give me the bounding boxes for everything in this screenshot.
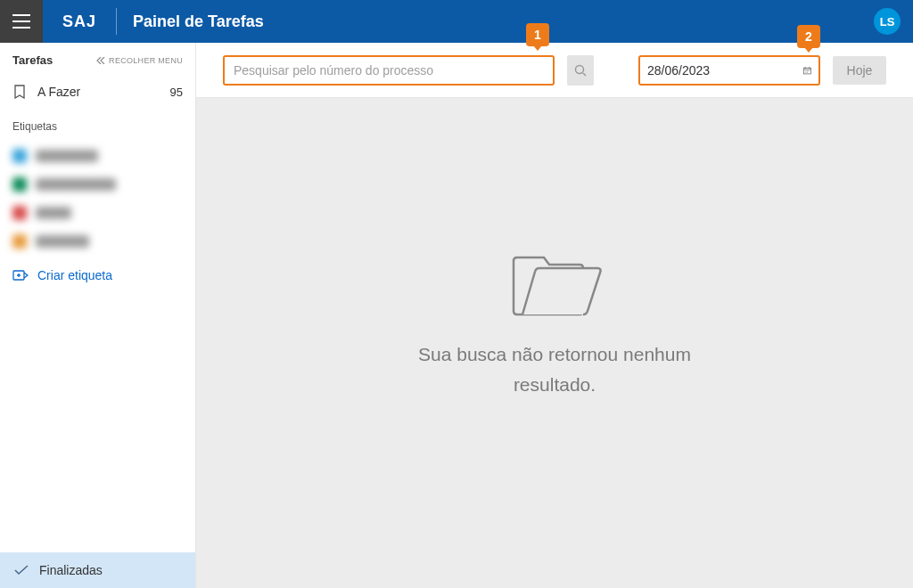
create-tag-button[interactable]: Criar etiqueta — [0, 256, 195, 295]
search-icon — [574, 64, 587, 77]
callout-badge-1: 1 — [526, 23, 549, 46]
page-title: Painel de Tarefas — [117, 12, 264, 31]
toolbar: 1 2 Hoje — [196, 43, 913, 98]
bookmark-icon — [12, 85, 27, 99]
tag-plus-icon — [12, 268, 29, 282]
create-tag-label: Criar etiqueta — [37, 268, 112, 282]
sidebar: Tarefas RECOLHER MENU A Fazer 95 Etiquet… — [0, 43, 196, 588]
user-avatar[interactable]: LS — [874, 8, 901, 35]
menu-button[interactable] — [0, 0, 43, 43]
brand-logo: SAJ — [43, 12, 116, 31]
app-header: SAJ Painel de Tarefas LS — [0, 0, 913, 43]
hamburger-icon — [12, 14, 30, 29]
sidebar-section-title: Tarefas — [12, 53, 53, 67]
sidebar-item-finalizadas[interactable]: Finalizadas — [0, 552, 195, 588]
search-field-wrap: 1 — [223, 55, 555, 86]
empty-message: Sua busca não retornou nenhum resultado. — [412, 339, 697, 399]
search-input[interactable] — [223, 55, 555, 86]
collapse-label: RECOLHER MENU — [109, 56, 183, 65]
search-button[interactable] — [567, 55, 594, 86]
sidebar-item-count: 95 — [170, 86, 183, 99]
date-input[interactable] — [647, 63, 803, 78]
folder-open-icon — [505, 233, 605, 322]
date-field-wrap: 2 — [638, 55, 820, 86]
callout-badge-2: 2 — [797, 25, 820, 48]
tag-item[interactable] — [12, 227, 183, 256]
tag-item[interactable] — [12, 142, 183, 170]
tag-item[interactable] — [12, 199, 183, 227]
sidebar-item-label: A Fazer — [37, 85, 170, 99]
today-button[interactable]: Hoje — [833, 56, 886, 85]
finalizadas-label: Finalizadas — [39, 563, 103, 577]
check-icon — [14, 565, 29, 576]
collapse-menu-button[interactable]: RECOLHER MENU — [96, 56, 183, 65]
tags-section-label: Etiquetas — [0, 108, 195, 142]
empty-state: Sua busca não retornou nenhum resultado. — [196, 98, 913, 588]
svg-point-1 — [576, 65, 584, 73]
sidebar-item-todo[interactable]: A Fazer 95 — [0, 76, 195, 108]
tag-item[interactable] — [12, 170, 183, 199]
main-content: 1 2 Hoje Sua — [196, 43, 913, 588]
chevron-double-left-icon — [96, 57, 105, 64]
calendar-icon[interactable] — [803, 63, 811, 78]
tags-list — [0, 142, 195, 256]
